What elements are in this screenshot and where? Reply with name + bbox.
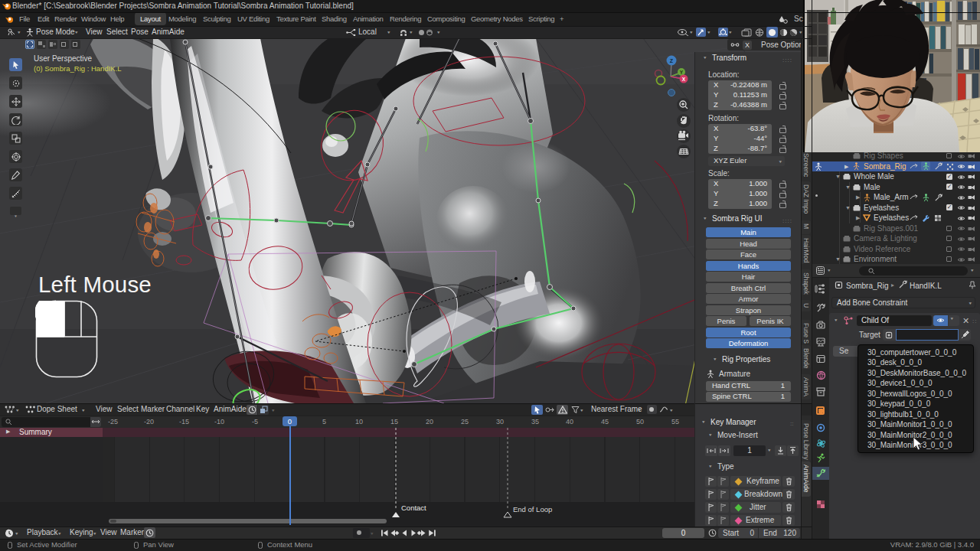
svg-text:Y: Y — [680, 70, 684, 75]
svg-text:Z: Z — [670, 58, 674, 64]
svg-text:X: X — [682, 77, 686, 82]
